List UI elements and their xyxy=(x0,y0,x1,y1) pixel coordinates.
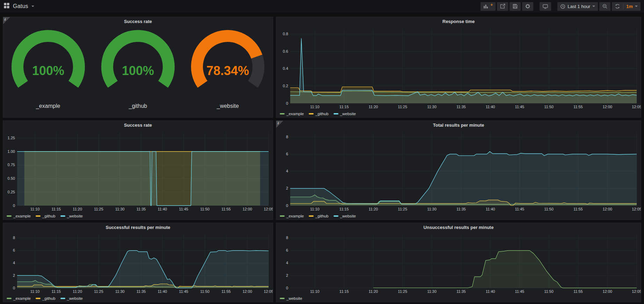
legend-label: _github xyxy=(42,296,56,301)
gauge-svg: 100% xyxy=(5,28,92,96)
add-panel-button[interactable]: + xyxy=(481,2,496,11)
legend-item-example[interactable]: _example xyxy=(7,214,31,218)
dashboard-caret-icon[interactable] xyxy=(31,6,34,7)
svg-text:6: 6 xyxy=(13,248,15,252)
svg-text:2: 2 xyxy=(286,186,288,190)
panel-unsuccessful-results-per-minute-5: Unsuccessful results per minute0246811:1… xyxy=(276,223,641,302)
refresh-caret-icon[interactable] xyxy=(635,6,638,7)
legend-swatch-icon xyxy=(309,215,314,217)
legend-swatch-icon xyxy=(7,215,12,217)
legend-item-github[interactable]: _github xyxy=(309,214,329,218)
svg-text:12:05: 12:05 xyxy=(632,207,641,211)
svg-text:11:35: 11:35 xyxy=(456,105,466,109)
legend-item-github[interactable]: _github xyxy=(36,214,56,218)
svg-text:11:40: 11:40 xyxy=(486,289,495,294)
svg-text:0.2: 0.2 xyxy=(283,84,288,88)
settings-button[interactable] xyxy=(522,2,533,11)
apps-grid-icon[interactable] xyxy=(3,2,10,10)
svg-text:6: 6 xyxy=(286,152,288,156)
panel-info-icon[interactable]: i xyxy=(276,121,283,128)
svg-text:11:25: 11:25 xyxy=(94,289,103,294)
clock-icon xyxy=(560,4,565,9)
legend-swatch-icon xyxy=(7,298,12,299)
svg-text:11:45: 11:45 xyxy=(515,289,525,294)
chart-legend: _example _github _website xyxy=(7,296,83,301)
svg-text:0.75: 0.75 xyxy=(8,163,15,167)
panel-successful-results-per-minute-4: Successful results per minute0246811:101… xyxy=(3,223,273,302)
svg-text:0.50: 0.50 xyxy=(8,176,15,180)
chart-svg[interactable]: 00.20.40.60.811:1011:1511:2011:2511:3011… xyxy=(276,26,641,110)
svg-text:11:15: 11:15 xyxy=(52,207,61,211)
cycle-view-button[interactable] xyxy=(540,2,551,11)
panel-title[interactable]: Response time xyxy=(276,17,641,26)
refresh-interval-label[interactable]: 1m xyxy=(626,4,633,9)
svg-text:11:25: 11:25 xyxy=(398,289,407,294)
panel-title[interactable]: Success rate xyxy=(3,121,273,130)
legend-item-example[interactable]: _example xyxy=(280,112,304,116)
legend-item-website[interactable]: _website xyxy=(60,214,83,218)
svg-text:11:10: 11:10 xyxy=(310,207,320,211)
zoom-out-icon xyxy=(602,3,608,9)
legend-item-website[interactable]: _website xyxy=(60,296,83,301)
svg-text:11:45: 11:45 xyxy=(515,105,525,109)
dashboard-title[interactable]: Gatus xyxy=(13,3,28,9)
svg-text:11:25: 11:25 xyxy=(398,105,407,109)
svg-text:11:25: 11:25 xyxy=(398,207,407,211)
legend-item-website[interactable]: _website xyxy=(334,112,356,116)
time-range-picker[interactable]: Last 1 hour xyxy=(557,2,598,11)
svg-text:2: 2 xyxy=(286,273,288,277)
plus-icon: + xyxy=(490,2,493,7)
svg-text:11:10: 11:10 xyxy=(30,289,40,294)
button-divider xyxy=(623,4,623,9)
svg-text:12:05: 12:05 xyxy=(264,207,273,211)
svg-text:12:05: 12:05 xyxy=(264,289,273,294)
add-panel-icon xyxy=(483,4,489,9)
zoom-out-button[interactable] xyxy=(599,2,610,11)
gauge-label: _example xyxy=(3,103,93,109)
gauge-website: 78.34% _website xyxy=(183,28,272,109)
svg-text:11:30: 11:30 xyxy=(427,207,437,211)
chart-svg[interactable]: 0246811:1011:1511:2011:2511:3011:3511:40… xyxy=(276,232,641,294)
legend-label: _website xyxy=(286,296,302,301)
svg-text:11:35: 11:35 xyxy=(456,207,466,211)
panel-info-icon[interactable]: i xyxy=(3,17,10,24)
time-range-caret-icon xyxy=(592,6,595,7)
svg-text:11:45: 11:45 xyxy=(179,289,188,294)
svg-text:12:00: 12:00 xyxy=(602,105,612,109)
panel-title[interactable]: Successful results per minute xyxy=(3,223,273,232)
legend-item-github[interactable]: _github xyxy=(309,112,329,116)
panel-total-results-per-minute-3: iTotal results per minute0246811:1011:15… xyxy=(276,120,641,220)
legend-swatch-icon xyxy=(36,298,41,299)
legend-swatch-icon xyxy=(36,215,41,217)
legend-item-github[interactable]: _github xyxy=(36,296,56,301)
refresh-button[interactable]: 1m xyxy=(612,2,641,11)
svg-text:11:15: 11:15 xyxy=(339,207,349,211)
chart-svg[interactable]: 0246811:1011:1511:2011:2511:3011:3511:40… xyxy=(3,232,273,294)
legend-swatch-icon xyxy=(280,113,285,114)
save-button[interactable] xyxy=(510,2,521,11)
share-button[interactable] xyxy=(497,2,508,11)
legend-item-website[interactable]: _website xyxy=(334,214,356,218)
chart-svg[interactable]: 00.250.500.751.001.2511:1011:1511:2011:2… xyxy=(3,130,273,212)
svg-text:11:30: 11:30 xyxy=(115,289,125,294)
gauge-svg: 100% xyxy=(94,28,182,96)
legend-swatch-icon xyxy=(60,298,65,299)
legend-label: _github xyxy=(315,214,329,218)
save-icon xyxy=(512,3,518,9)
svg-text:1.00: 1.00 xyxy=(8,149,15,154)
legend-item-example[interactable]: _example xyxy=(280,214,304,218)
chart-svg[interactable]: 0246811:1011:1511:2011:2511:3011:3511:40… xyxy=(276,130,641,212)
legend-item-example[interactable]: _example xyxy=(7,296,31,301)
panel-title[interactable]: Success rate xyxy=(3,17,273,26)
svg-text:11:50: 11:50 xyxy=(200,207,210,211)
svg-text:11:45: 11:45 xyxy=(515,207,525,211)
panel-title[interactable]: Unsuccessful results per minute xyxy=(276,223,641,232)
panel-title[interactable]: Total results per minute xyxy=(276,121,641,130)
legend-item-website[interactable]: _website xyxy=(280,296,302,301)
svg-text:11:45: 11:45 xyxy=(179,207,188,211)
legend-label: _example xyxy=(286,214,304,218)
panel-success-rate-2: Success rate00.250.500.751.001.2511:1011… xyxy=(3,120,273,220)
gear-icon xyxy=(525,3,530,9)
svg-text:11:20: 11:20 xyxy=(369,207,378,211)
legend-swatch-icon xyxy=(309,113,314,114)
